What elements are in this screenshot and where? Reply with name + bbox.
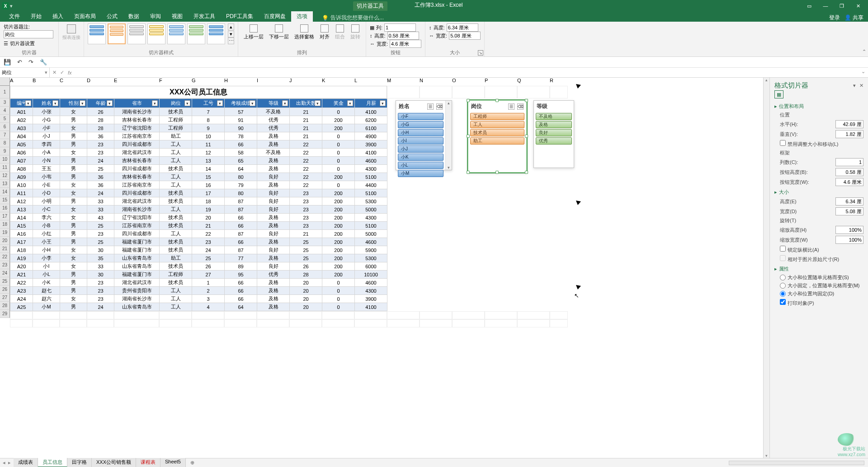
table-cell[interactable]: 200 (322, 205, 355, 214)
table-cell[interactable]: 小李 (33, 254, 60, 262)
table-cell[interactable]: 女 (60, 181, 87, 189)
table-cell[interactable]: 江苏省南京市 (114, 222, 160, 230)
table-cell[interactable]: 福建省厦门市 (114, 246, 160, 254)
slicer-name-item[interactable]: 小I (398, 137, 443, 145)
slicer-grade-item[interactable]: 优秀 (536, 137, 572, 145)
table-cell[interactable]: 4300 (355, 165, 387, 173)
table-cell[interactable]: 小C (33, 205, 60, 214)
table-cell[interactable]: 66 (225, 238, 257, 246)
tab-pdf[interactable]: PDF工具集 (221, 11, 259, 22)
table-cell[interactable]: 19 (192, 205, 225, 214)
prop-opt2-radio[interactable] (780, 283, 786, 289)
table-cell[interactable]: 22 (290, 181, 322, 189)
table-cell[interactable]: A25 (10, 303, 33, 311)
table-cell[interactable]: 5100 (355, 222, 387, 230)
table-cell[interactable]: 工人 (160, 303, 192, 311)
slicer-grade[interactable]: 等级 不及格及格良好优秀 (533, 100, 574, 168)
table-cell[interactable]: 及格 (257, 295, 290, 303)
table-cell[interactable]: A14 (10, 214, 33, 222)
table-cell[interactable]: 20 (192, 214, 225, 222)
table-cell[interactable]: 0 (322, 157, 355, 165)
table-cell[interactable]: 男 (60, 279, 87, 287)
table-cell[interactable]: 辽宁省沈阳市 (114, 214, 160, 222)
table-cell[interactable]: 80 (225, 189, 257, 197)
filter-dropdown-icon[interactable]: ▾ (380, 100, 386, 106)
slicer-style-gallery[interactable]: ▴ ▾ ⋯ (88, 23, 234, 44)
table-header-9[interactable]: 出勤天数▾ (290, 99, 322, 108)
table-cell[interactable]: 9 (192, 124, 225, 132)
table-cell[interactable]: 12 (192, 149, 225, 157)
table-cell[interactable]: 4400 (355, 181, 387, 189)
table-cell[interactable]: 16 (192, 181, 225, 189)
print-obj-row[interactable]: 打印对象(P) (780, 299, 814, 307)
table-cell[interactable]: 男 (60, 140, 87, 149)
tab-formulas[interactable]: 公式 (101, 11, 123, 22)
col-header-H[interactable]: H (224, 78, 257, 86)
slicer-style-5[interactable] (167, 23, 185, 44)
table-cell[interactable]: 工程师 (160, 271, 192, 279)
row-header-12[interactable]: 12 (0, 172, 10, 180)
table-cell[interactable]: A09 (10, 173, 33, 181)
table-cell[interactable]: 33 (87, 262, 114, 271)
table-cell[interactable]: 湖北省武汉市 (114, 197, 160, 205)
filter-dropdown-icon[interactable]: ▾ (347, 100, 353, 106)
table-cell[interactable]: 4100 (355, 108, 387, 116)
table-cell[interactable]: 小明 (33, 197, 60, 205)
tab-data[interactable]: 数据 (123, 11, 145, 22)
table-cell[interactable]: 79 (225, 181, 257, 189)
table-cell[interactable]: 小王 (33, 238, 60, 246)
table-cell[interactable]: 小M (33, 303, 60, 311)
table-cell[interactable]: A07 (10, 157, 33, 165)
table-cell[interactable]: 66 (225, 140, 257, 149)
table-cell[interactable]: 8 (192, 116, 225, 124)
btn-height-input[interactable] (387, 32, 419, 40)
table-header-8[interactable]: 等级▾ (257, 99, 290, 108)
table-cell[interactable]: 女 (60, 108, 87, 116)
table-cell[interactable]: 0 (322, 108, 355, 116)
table-cell[interactable]: 23 (87, 295, 114, 303)
table-cell[interactable]: A10 (10, 181, 33, 189)
slicer-caption-input[interactable] (4, 30, 53, 38)
table-cell[interactable]: 18 (192, 197, 225, 205)
lock-aspect-row[interactable]: 锁定纵横比(A) (780, 246, 819, 253)
lock-aspect-checkbox[interactable] (780, 246, 786, 252)
table-cell[interactable]: 95 (225, 271, 257, 279)
table-cell[interactable]: 20 (290, 287, 322, 295)
table-cell[interactable]: 及格 (257, 165, 290, 173)
col-header-A[interactable]: A (10, 78, 33, 86)
section-size[interactable]: ▸ 大小 (774, 189, 863, 196)
table-cell[interactable]: 王五 (33, 165, 60, 173)
sheet-tab-Sheet5[interactable]: Sheet5 (160, 458, 186, 467)
tab-insert[interactable]: 插入 (47, 11, 69, 22)
table-cell[interactable]: 26 (87, 108, 114, 116)
table-cell[interactable]: 200 (322, 230, 355, 238)
tab-baidu[interactable]: 百度网盘 (259, 11, 291, 22)
table-cell[interactable]: 27 (192, 271, 225, 279)
table-cell[interactable]: 43 (87, 214, 114, 222)
table-cell[interactable]: 35 (87, 254, 114, 262)
table-cell[interactable]: 87 (225, 205, 257, 214)
table-cell[interactable]: 及格 (257, 181, 290, 189)
side-pane-dropdown-icon[interactable]: ▾ (853, 83, 856, 89)
columns-input[interactable] (384, 23, 416, 32)
enter-formula-icon[interactable]: ✓ (60, 70, 64, 75)
table-cell[interactable]: 21 (192, 222, 225, 230)
table-cell[interactable]: 女 (60, 254, 87, 262)
table-cell[interactable]: A24 (10, 295, 33, 303)
slicer-style-2[interactable] (108, 23, 126, 44)
slicer-grade-item[interactable]: 良好 (536, 129, 572, 136)
table-cell[interactable]: 15 (192, 173, 225, 181)
filter-dropdown-icon[interactable]: ▾ (282, 100, 288, 106)
row-header-18[interactable]: 18 (0, 220, 10, 229)
slicer-style-7[interactable] (207, 23, 225, 44)
table-cell[interactable]: A19 (10, 254, 33, 262)
table-cell[interactable]: 66 (225, 279, 257, 287)
table-cell[interactable]: 21 (290, 108, 322, 116)
row-header-22[interactable]: 22 (0, 253, 10, 261)
filter-dropdown-icon[interactable]: ▾ (152, 100, 158, 106)
qat-save-icon[interactable]: 💾 (4, 59, 11, 65)
row-header-11[interactable]: 11 (0, 163, 10, 172)
table-cell[interactable]: 技术员 (160, 165, 192, 173)
table-cell[interactable]: A21 (10, 271, 33, 279)
table-cell[interactable]: 0 (322, 132, 355, 140)
